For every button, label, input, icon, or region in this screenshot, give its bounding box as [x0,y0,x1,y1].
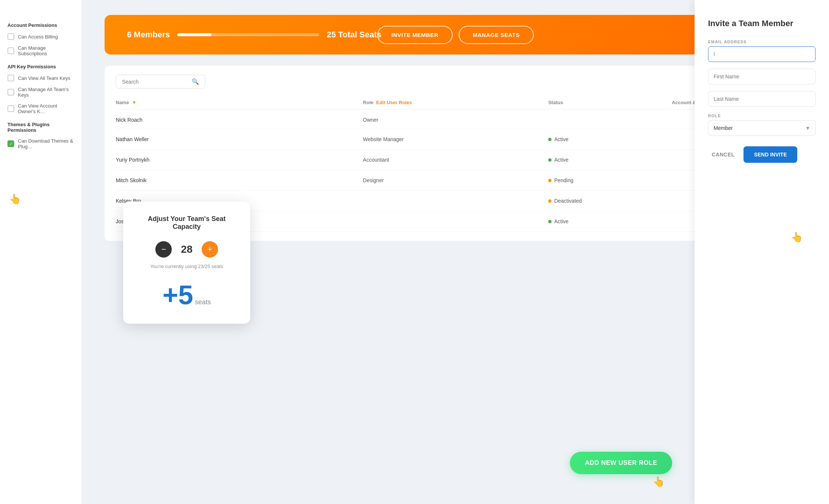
seat-usage: You're currently using 23/25 seats [138,264,235,269]
cell-status: Active [548,136,672,142]
cell-name: Nathan Weller [116,136,363,142]
sidebar-item-themes[interactable]: Can Download Themes & Plug… [7,138,74,149]
cell-role: Accountant [363,157,548,163]
manage-keys-checkbox[interactable] [7,89,14,96]
manage-seats-button[interactable]: MANAGE SEATS [459,26,534,44]
cell-role: Website Manager [363,136,548,142]
edit-roles-link[interactable]: Edit User Roles [376,100,412,105]
search-icon: 🔍 [192,78,199,85]
role-select[interactable]: Member Admin Owner [708,120,816,136]
table-row: Mitch Skolnik Designer Pending ⚙ [116,170,795,191]
table-toolbar: 🔍 [116,75,795,88]
banner-left: 6 Members 25 Total Seats [127,30,381,40]
table-row: Yuriy Portnykh Accountant Active ⚙ [116,150,795,170]
sidebar-item-billing[interactable]: Can Access Billing [7,33,74,40]
header-status: Status [548,100,672,105]
invite-panel-title: Invite a Team Member [708,19,816,28]
first-name-input[interactable] [708,69,816,84]
sidebar-item-owner-keys[interactable]: Can View Account Owner's K… [7,103,74,114]
progress-track [177,33,319,36]
cell-status: Active [548,218,672,224]
status-dot-icon [548,199,552,203]
cell-name: Yuriy Portnykh [116,157,363,163]
themes-permissions-title: Themes & Plugins Permissions [7,122,74,133]
search-box[interactable]: 🔍 [116,75,205,88]
status-dot-icon [548,138,552,141]
sidebar: Account Permissions Can Access Billing C… [0,0,82,504]
cell-status: Deactivated [548,198,672,204]
header-name: Name ▼ [116,100,363,105]
themes-checkbox[interactable] [7,140,14,147]
owner-keys-checkbox[interactable] [7,105,14,112]
status-dot-icon [548,158,552,162]
role-label: ROLE [708,113,816,118]
invite-actions: CANCEL SEND INVITE [708,146,816,163]
cursor-hand-icon: 👆 [9,193,21,205]
billing-checkbox[interactable] [7,33,14,40]
cell-name: Mitch Skolnik [116,177,363,183]
seat-delta-label: seats [195,298,211,306]
sidebar-item-subscriptions[interactable]: Can Manage Subscriptions [7,45,74,56]
cell-role: Owner [363,117,548,123]
email-input[interactable] [708,46,816,62]
cancel-button[interactable]: CANCEL [708,147,738,162]
stepper-value: 28 [181,243,192,255]
subscriptions-checkbox[interactable] [7,47,14,54]
cell-name: Nick Roach [116,117,363,123]
account-permissions-title: Account Permissions [7,22,74,28]
seat-delta: +5 seats [138,280,235,310]
cursor-hand2-icon: 👆 [791,231,803,243]
banner-buttons: INVITE MEMBER MANAGE SEATS [377,26,534,44]
invite-panel: Invite a Team Member EMAIL ADDRESS ROLE … [695,0,829,504]
table-header: Name ▼ Role Edit User Roles Status Accou… [116,96,795,109]
cell-status: Pending [548,177,672,183]
stepper-plus-button[interactable]: + [202,241,218,258]
header-role: Role Edit User Roles [363,100,548,105]
seat-modal: Adjust Your Team's Seat Capacity − 28 + … [123,202,250,324]
table-row: Nick Roach Owner [116,111,795,129]
status-dot-icon [548,220,552,223]
sidebar-item-manage-keys[interactable]: Can Manage All Team's Keys [7,87,74,98]
sidebar-item-view-keys[interactable]: Can View All Team Keys [7,75,74,81]
seat-modal-title: Adjust Your Team's Seat Capacity [138,215,235,231]
api-key-permissions-title: API Key Permissions [7,64,74,69]
sort-arrow-icon: ▼ [132,100,137,105]
seat-delta-number: +5 [162,280,193,310]
seats-count: 25 Total Seats [327,30,381,40]
progress-fill [177,33,211,36]
stepper-minus-button[interactable]: − [155,241,172,258]
view-keys-checkbox[interactable] [7,75,14,81]
add-new-user-role-button[interactable]: ADD NEW USER ROLE [570,452,672,474]
status-dot-icon [548,179,552,182]
cursor-hand3-icon: 👆 [653,476,665,488]
table-row: Nathan Weller Website Manager Active ⚙ [116,129,795,150]
members-count: 6 Members [127,30,170,40]
cell-role: Designer [363,177,548,183]
last-name-input[interactable] [708,91,816,107]
seat-stepper: − 28 + [138,241,235,258]
email-label: EMAIL ADDRESS [708,40,816,44]
role-select-wrapper: Member Admin Owner ▼ [708,120,816,136]
invite-member-button[interactable]: INVITE MEMBER [377,26,453,44]
send-invite-button[interactable]: SEND INVITE [743,146,797,163]
search-input[interactable] [122,79,188,85]
cell-status: Active [548,157,672,163]
